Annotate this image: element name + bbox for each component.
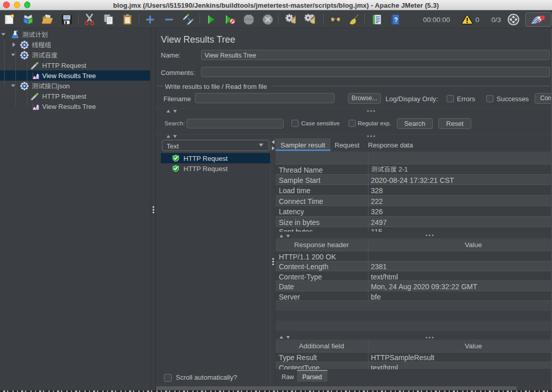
svg-text:STOP: STOP: [245, 18, 253, 21]
svg-text:?: ?: [394, 16, 398, 24]
